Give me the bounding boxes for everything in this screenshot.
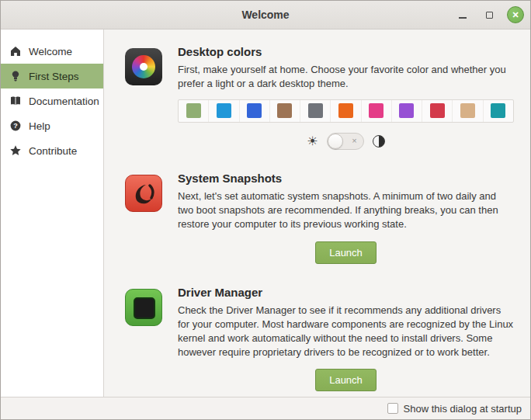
color-swatch-pink[interactable]: [362, 100, 392, 122]
color-wheel-icon: [132, 55, 155, 78]
footer-bar: Show this dialog at startup: [1, 397, 530, 419]
swatch-color: [277, 103, 292, 118]
close-button[interactable]: ✕: [507, 6, 524, 23]
toggle-off-mark: ×: [352, 137, 356, 145]
restore-button[interactable]: [481, 6, 498, 23]
color-swatches: [178, 99, 514, 123]
section-description: Next, let's set automatic system snapsho…: [178, 189, 514, 231]
sidebar-item-label: Documentation: [29, 95, 99, 107]
sidebar-item-welcome[interactable]: Welcome: [1, 39, 103, 64]
swatch-color: [399, 103, 414, 118]
toggle-knob[interactable]: [328, 134, 343, 149]
light-theme-icon: ☀: [307, 135, 318, 148]
color-swatch-brown[interactable]: [270, 100, 300, 122]
show-at-startup-checkbox[interactable]: [387, 403, 398, 414]
minimize-button[interactable]: [454, 6, 471, 23]
sidebar-item-label: Help: [29, 120, 50, 132]
sidebar-item-help[interactable]: ? Help: [1, 113, 103, 138]
section-system-snapshots: System Snapshots Next, let's set automat…: [125, 172, 521, 264]
chip-icon: [134, 297, 155, 319]
sidebar-item-label: Welcome: [29, 46, 72, 57]
help-icon: ?: [9, 120, 22, 132]
home-icon: [9, 45, 22, 57]
swatch-color: [186, 103, 201, 118]
dark-theme-icon: [373, 135, 385, 148]
sidebar-item-documentation[interactable]: Documentation: [1, 89, 103, 113]
swatch-color: [217, 103, 231, 118]
star-icon: [9, 144, 22, 157]
swatch-color: [369, 103, 384, 118]
swatch-color: [430, 103, 445, 118]
color-swatch-sand[interactable]: [453, 100, 483, 122]
close-icon: ✕: [512, 11, 519, 19]
section-description: First, make yourself at home. Choose you…: [178, 63, 514, 91]
color-swatch-green[interactable]: [179, 100, 209, 122]
swatch-color: [338, 103, 353, 118]
sidebar-item-label: Contribute: [29, 145, 77, 157]
sidebar-item-contribute[interactable]: Contribute: [1, 138, 103, 163]
color-swatch-orange[interactable]: [331, 100, 361, 122]
main-content: Desktop colors First, make yourself at h…: [104, 30, 530, 397]
driver-manager-icon: [125, 289, 162, 326]
sidebar: Welcome First Steps Documentation ? Help: [1, 30, 104, 397]
color-swatch-aqua[interactable]: [209, 100, 239, 122]
color-swatch-grey[interactable]: [300, 100, 331, 122]
timeshift-icon: [125, 175, 162, 212]
app-body: Welcome First Steps Documentation ? Help: [1, 30, 530, 397]
swatch-color: [491, 103, 505, 118]
launch-snapshots-button[interactable]: Launch: [315, 241, 377, 264]
restore-icon: [486, 12, 493, 19]
section-title: Desktop colors: [178, 45, 514, 58]
sidebar-item-label: First Steps: [29, 71, 79, 82]
swatch-color: [460, 103, 475, 118]
minimize-icon: [459, 17, 467, 19]
color-swatch-blue[interactable]: [240, 100, 270, 122]
section-description: Check the Driver Manager to see if it re…: [178, 304, 514, 359]
desktop-colors-icon: [125, 48, 162, 85]
show-at-startup-label: Show this dialog at startup: [404, 403, 522, 415]
svg-text:?: ?: [13, 122, 18, 130]
theme-toggle[interactable]: ×: [327, 133, 364, 150]
section-driver-manager: Driver Manager Check the Driver Manager …: [125, 286, 521, 392]
window-title: Welcome: [241, 9, 289, 21]
launch-driver-manager-button[interactable]: Launch: [315, 369, 377, 391]
swatch-color: [308, 103, 323, 118]
swatch-color: [247, 103, 262, 118]
color-swatch-red[interactable]: [422, 100, 453, 122]
lightbulb-icon: [9, 70, 22, 82]
section-title: System Snapshots: [178, 172, 514, 185]
sidebar-item-first-steps[interactable]: First Steps: [1, 64, 103, 89]
titlebar: Welcome ✕: [1, 1, 530, 30]
theme-toggle-row: ☀ ×: [178, 133, 514, 150]
color-swatch-purple[interactable]: [392, 100, 422, 122]
welcome-window: Welcome ✕ Welcome: [0, 0, 531, 420]
book-icon: [9, 95, 22, 107]
section-desktop-colors: Desktop colors First, make yourself at h…: [125, 45, 521, 150]
section-title: Driver Manager: [178, 286, 514, 299]
color-swatch-teal[interactable]: [484, 100, 513, 122]
window-controls: ✕: [454, 1, 524, 29]
